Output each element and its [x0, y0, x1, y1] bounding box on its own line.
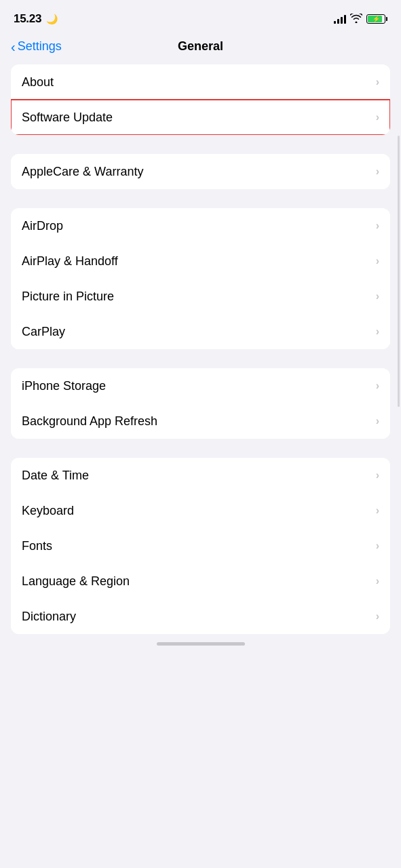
iphone-storage-label: iPhone Storage	[22, 379, 106, 393]
dictionary-label: Dictionary	[22, 610, 76, 624]
picture-in-picture-chevron-icon: ›	[376, 290, 379, 302]
background-app-refresh-row[interactable]: Background App Refresh ›	[11, 403, 390, 439]
settings-section-4: iPhone Storage › Background App Refresh …	[11, 368, 390, 439]
airplay-handoff-label: AirPlay & Handoff	[22, 254, 118, 269]
about-label: About	[22, 75, 54, 90]
back-label: Settings	[18, 39, 62, 54]
software-update-label: Software Update	[22, 111, 113, 125]
dictionary-chevron-icon: ›	[376, 610, 379, 623]
settings-section-1: About › Software Update ›	[11, 64, 390, 135]
page-title: General	[178, 39, 223, 54]
airdrop-row[interactable]: AirDrop ›	[11, 208, 390, 243]
wifi-icon	[350, 14, 362, 25]
back-button[interactable]: ‹ Settings	[11, 39, 62, 54]
applecare-label: AppleCare & Warranty	[22, 165, 143, 179]
battery-icon: ⚡	[366, 14, 387, 24]
fonts-chevron-icon: ›	[376, 540, 379, 552]
settings-section-3: AirDrop › AirPlay & Handoff › Picture in…	[11, 208, 390, 349]
applecare-row[interactable]: AppleCare & Warranty ›	[11, 154, 390, 189]
scrollbar[interactable]	[398, 136, 400, 407]
status-time: 15.23	[14, 12, 41, 25]
background-app-refresh-label: Background App Refresh	[22, 414, 157, 429]
fonts-row[interactable]: Fonts ›	[11, 528, 390, 564]
about-row[interactable]: About ›	[11, 64, 390, 100]
about-chevron-icon: ›	[376, 76, 379, 88]
settings-section-5: Date & Time › Keyboard › Fonts › Languag…	[11, 458, 390, 634]
airdrop-chevron-icon: ›	[376, 220, 379, 232]
date-time-chevron-icon: ›	[376, 469, 379, 481]
language-region-row[interactable]: Language & Region ›	[11, 564, 390, 599]
status-time-area: 15.23 🌙	[14, 12, 58, 26]
date-time-row[interactable]: Date & Time ›	[11, 458, 390, 493]
back-chevron-icon: ‹	[11, 40, 16, 54]
airdrop-label: AirDrop	[22, 219, 63, 233]
status-icons: ⚡	[334, 14, 387, 25]
carplay-label: CarPlay	[22, 325, 65, 339]
dictionary-row[interactable]: Dictionary ›	[11, 599, 390, 634]
iphone-storage-chevron-icon: ›	[376, 380, 379, 392]
keyboard-label: Keyboard	[22, 504, 74, 518]
keyboard-row[interactable]: Keyboard ›	[11, 493, 390, 528]
language-region-label: Language & Region	[22, 574, 130, 589]
airplay-handoff-row[interactable]: AirPlay & Handoff ›	[11, 243, 390, 279]
picture-in-picture-row[interactable]: Picture in Picture ›	[11, 279, 390, 314]
keyboard-chevron-icon: ›	[376, 505, 379, 517]
fonts-label: Fonts	[22, 539, 52, 553]
moon-icon: 🌙	[46, 14, 58, 24]
airplay-handoff-chevron-icon: ›	[376, 255, 379, 267]
background-app-refresh-chevron-icon: ›	[376, 415, 379, 427]
language-region-chevron-icon: ›	[376, 575, 379, 587]
carplay-row[interactable]: CarPlay ›	[11, 314, 390, 349]
nav-header: ‹ Settings General	[0, 34, 401, 64]
carplay-chevron-icon: ›	[376, 326, 379, 338]
picture-in-picture-label: Picture in Picture	[22, 290, 114, 304]
signal-icon	[334, 14, 346, 24]
date-time-label: Date & Time	[22, 469, 89, 483]
software-update-row[interactable]: Software Update ›	[11, 100, 390, 135]
software-update-chevron-icon: ›	[376, 111, 379, 123]
settings-section-2: AppleCare & Warranty ›	[11, 154, 390, 189]
applecare-chevron-icon: ›	[376, 165, 379, 178]
iphone-storage-row[interactable]: iPhone Storage ›	[11, 368, 390, 403]
home-indicator	[0, 637, 401, 648]
status-bar: 15.23 🌙 ⚡	[0, 0, 401, 34]
